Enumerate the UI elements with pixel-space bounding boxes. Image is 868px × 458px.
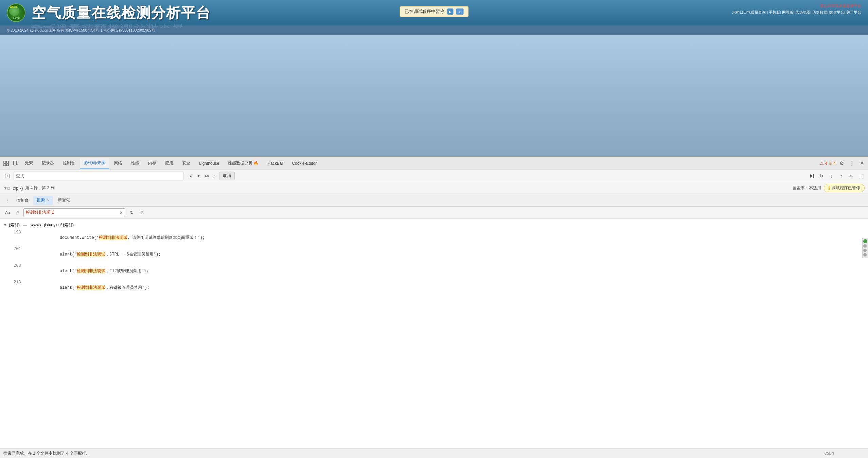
svg-rect-1 <box>6 161 8 163</box>
result-line-content-201: alert("检测到非法调试，CTRL + S被管理员禁用"); <box>25 247 161 262</box>
result-after-2: ，F12被管理员禁用"); <box>105 269 148 274</box>
tab-performance-label: 性能 <box>131 160 139 166</box>
breadcrumb-bar: ▼□ top {} 第 4 行，第 3 列 覆盖率：不适用 ℹ 调试程序已暂停 <box>0 182 868 194</box>
logo-icon: PM2.5 分析网 <box>7 3 25 22</box>
tab-application-label: 应用 <box>165 160 173 166</box>
right-edge-panel <box>862 238 868 258</box>
search-clear-icon[interactable]: ✕ <box>120 210 123 215</box>
search-result-line-193[interactable]: 193 document.write('检测到非法调试, 请关闭调试终端后刷新本… <box>3 229 865 246</box>
result-line-number-193: 193 <box>14 230 25 235</box>
group-expand-icon: ▼ <box>3 223 7 227</box>
step-icon[interactable]: ↠ <box>847 172 855 180</box>
console-tab-search[interactable]: 搜索 ✕ <box>33 196 53 205</box>
result-line-number-213: 213 <box>14 280 25 285</box>
result-after-3: ，右键被管理员禁用"); <box>105 285 149 290</box>
context-selector[interactable]: top <box>13 186 18 191</box>
svg-rect-4 <box>14 161 16 165</box>
right-dot-gray2 <box>863 249 867 252</box>
search-result-line-208[interactable]: 208 alert("检测到非法调试，F12被管理员禁用"); <box>3 263 865 279</box>
warning-badge: ⚠ 4 <box>829 161 836 166</box>
console-options-icon[interactable]: ⋮ <box>3 196 12 205</box>
inspect-element-icon[interactable] <box>2 159 11 168</box>
result-before-2: alert(" <box>55 269 77 274</box>
console-tab-console[interactable]: 控制台 <box>13 196 32 205</box>
tab-elements[interactable]: 元素 <box>21 158 37 169</box>
tab-security-label: 安全 <box>182 160 190 166</box>
find-input-container <box>14 172 183 180</box>
devtools-settings-icon[interactable]: ⚙ <box>837 159 846 168</box>
position-info: 第 4 行，第 3 列 <box>25 185 55 191</box>
devtools-more-icon[interactable]: ⋮ <box>847 159 856 168</box>
tab-performance[interactable]: 性能 <box>127 158 143 169</box>
search-nav-up-icon[interactable]: ▲ <box>188 173 194 179</box>
breadcrumb-expand-icon[interactable]: ▼□ <box>3 186 10 191</box>
tab-console-label: 控制台 <box>63 160 75 166</box>
devtools-main-content: ▲ ▼ Aa .* 取消 ↻ ↓ ↑ ↠ ⬚ <box>0 170 868 458</box>
tab-memory[interactable]: 内存 <box>144 158 160 169</box>
search-cancel-button[interactable]: 取消 <box>219 172 235 180</box>
result-before-1: alert(" <box>55 252 77 257</box>
search-match-case-toggle[interactable]: Aa <box>203 173 210 179</box>
header: PM2.5 分析网 空气质量在线检测分析平台 空气质量在线检测分析平台 已在调试… <box>0 0 868 25</box>
tab-perf-analysis[interactable]: 性能数据分析 🔥 <box>224 158 263 169</box>
result-highlight-3: 检测到非法调试 <box>77 285 105 290</box>
search-query-input[interactable] <box>26 210 118 215</box>
search-cancel-icon[interactable]: ⊘ <box>138 209 146 216</box>
deactivate-breakpoints-icon[interactable]: ⬚ <box>856 172 865 180</box>
find-input[interactable] <box>16 174 181 178</box>
console-tab-changes[interactable]: 新变化 <box>54 196 73 205</box>
console-tab-search-close-icon[interactable]: ✕ <box>47 198 50 202</box>
tab-cookie-editor[interactable]: Cookie-Editor <box>288 158 321 169</box>
search-nav-down-icon[interactable]: ▼ <box>195 173 202 179</box>
tab-lighthouse[interactable]: Lighthouse <box>195 158 223 169</box>
file-icon: {} <box>20 186 23 191</box>
search-regex-option-toggle[interactable]: .* <box>15 210 21 216</box>
svg-rect-0 <box>4 161 6 163</box>
step-over-icon[interactable]: ↻ <box>817 172 826 180</box>
tab-application[interactable]: 应用 <box>161 158 177 169</box>
search-results-area[interactable]: ▼ (索引) — www.aqistudy.cn/ (索引) 193 docum… <box>0 219 868 458</box>
new-tab-icon[interactable] <box>3 172 12 180</box>
logo-subtitle-text: 分析网 <box>13 17 20 20</box>
search-case-sensitive-toggle[interactable]: Aa <box>3 210 12 216</box>
right-dot-gray1 <box>863 244 867 248</box>
result-line-number-201: 201 <box>14 247 25 251</box>
tab-memory-label: 内存 <box>148 160 156 166</box>
status-text: 搜索已完成。在 1 个文件中找到了 4 个匹配行。 <box>3 451 90 456</box>
top-right-nav[interactable]: 水稻日口气质量查询 | 手机版| 网页版| 风场地图| 历史数据| 微信平台| … <box>732 10 861 15</box>
tab-sources-label: 源代码/来源 <box>84 160 105 166</box>
step-out-icon[interactable]: ↑ <box>837 172 846 180</box>
top-right-red-text: 获山川河流水温监测平台 <box>732 3 861 8</box>
result-line-content-193: document.write('检测到非法调试, 请关闭调试终端后刷新本页面重试… <box>25 230 205 245</box>
tab-hackbar[interactable]: HackBar <box>263 158 287 169</box>
tab-recorder[interactable]: 记录器 <box>38 158 58 169</box>
toolbar-right-icons: ↻ ↓ ↑ ↠ ⬚ <box>807 172 865 180</box>
error-badge: ⚠ 4 <box>820 161 827 166</box>
search-refresh-icon[interactable]: ↻ <box>128 209 136 216</box>
svg-rect-5 <box>17 162 18 165</box>
step-into-icon[interactable]: ↓ <box>827 172 836 180</box>
tab-security[interactable]: 安全 <box>178 158 194 169</box>
tab-perf-analysis-label: 性能数据分析 🔥 <box>228 160 259 166</box>
tab-sources[interactable]: 源代码/来源 <box>80 158 109 169</box>
search-result-group: ▼ (索引) — www.aqistudy.cn/ (索引) 193 docum… <box>0 219 868 298</box>
logo-pm-text: PM2.5 <box>8 5 17 8</box>
console-tab-console-label: 控制台 <box>16 198 29 202</box>
devtools-left-icons <box>3 172 12 180</box>
debug-play-button[interactable]: ▶ <box>447 8 453 15</box>
result-line-number-208: 208 <box>14 263 25 268</box>
website-area: PM2.5 分析网 空气质量在线检测分析平台 空气质量在线检测分析平台 已在调试… <box>0 0 868 156</box>
devtools-panel: 元素 记录器 控制台 源代码/来源 网络 性能 内存 应用 安全 Lightho… <box>0 156 868 458</box>
search-result-group-header[interactable]: ▼ (索引) — www.aqistudy.cn/ (索引) <box>3 221 865 229</box>
tab-console[interactable]: 控制台 <box>59 158 79 169</box>
group-index-label: (索引) <box>9 222 20 228</box>
resume-script-icon[interactable] <box>807 172 816 180</box>
device-toolbar-icon[interactable] <box>11 159 20 168</box>
tab-recorder-label: 记录器 <box>42 160 54 166</box>
search-result-line-213[interactable]: 213 alert("检测到非法调试，右键被管理员禁用"); <box>3 279 865 296</box>
search-result-line-201[interactable]: 201 alert("检测到非法调试，CTRL + S被管理员禁用"); <box>3 246 865 263</box>
search-regex-toggle[interactable]: .* <box>212 173 217 179</box>
tab-network[interactable]: 网络 <box>110 158 126 169</box>
devtools-close-icon[interactable]: ✕ <box>857 159 866 168</box>
debug-step-button[interactable]: ⤼ <box>456 8 463 15</box>
